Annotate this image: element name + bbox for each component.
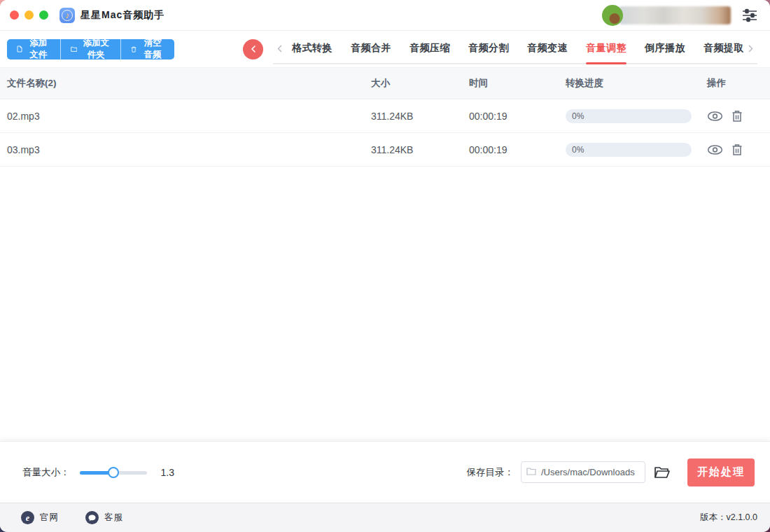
tab-volume-adjust[interactable]: 音量调整 bbox=[586, 34, 626, 63]
bottom-control-panel: 音量大小： 1.3 保存目录： 开始处理 bbox=[0, 441, 770, 503]
version-info: 版本：v2.1.0.0 bbox=[700, 512, 757, 524]
folder-icon bbox=[71, 45, 77, 53]
header-size: 大小 bbox=[371, 77, 469, 90]
progress-value: 0% bbox=[572, 145, 584, 155]
volume-value: 1.3 bbox=[161, 467, 174, 478]
table-row: 03.mp3 311.24KB 00:00:19 0% bbox=[0, 133, 770, 167]
tab-reverse-play[interactable]: 倒序播放 bbox=[645, 34, 685, 63]
app-window: ♪ 星星Mac音频助手 添加文件 bbox=[0, 0, 770, 532]
file-list-empty-area bbox=[0, 167, 770, 441]
version-value: v2.1.0.0 bbox=[727, 512, 757, 522]
file-duration: 00:00:19 bbox=[469, 144, 566, 155]
user-avatar[interactable] bbox=[602, 5, 623, 26]
save-dir-label: 保存目录： bbox=[467, 466, 514, 479]
settings-button[interactable] bbox=[742, 8, 757, 22]
chevron-left-icon bbox=[276, 44, 284, 53]
sliders-icon bbox=[742, 8, 757, 22]
table-row: 02.mp3 311.24KB 00:00:19 0% bbox=[0, 99, 770, 133]
file-size: 311.24KB bbox=[371, 111, 469, 122]
progress-bar: 0% bbox=[566, 143, 692, 157]
maximize-window-button[interactable] bbox=[39, 10, 48, 20]
browse-folder-button[interactable] bbox=[654, 465, 671, 479]
website-label: 官网 bbox=[40, 512, 59, 524]
file-name: 02.mp3 bbox=[7, 111, 371, 122]
header-progress: 转换进度 bbox=[566, 77, 707, 90]
delete-button[interactable] bbox=[732, 144, 743, 156]
tabs-scroll-right-button[interactable] bbox=[744, 44, 757, 53]
header-operations: 操作 bbox=[707, 77, 770, 90]
chat-bubble-icon bbox=[85, 511, 99, 524]
official-website-link[interactable]: e 官网 bbox=[21, 511, 59, 524]
header-time: 时间 bbox=[469, 77, 566, 90]
chevron-left-icon bbox=[250, 45, 257, 53]
browser-e-icon: e bbox=[21, 511, 34, 524]
table-header: 文件名称(2) 大小 时间 转换进度 操作 bbox=[0, 67, 770, 99]
volume-slider[interactable] bbox=[80, 467, 147, 478]
chevron-right-icon bbox=[747, 44, 755, 53]
title-bar: ♪ 星星Mac音频助手 bbox=[0, 0, 770, 31]
progress-bar: 0% bbox=[566, 109, 692, 123]
clear-audio-button[interactable]: 清空音频 bbox=[120, 39, 174, 59]
preview-button[interactable] bbox=[707, 144, 723, 155]
support-label: 客服 bbox=[104, 512, 123, 524]
tab-format-convert[interactable]: 格式转换 bbox=[292, 34, 332, 63]
app-title: 星星Mac音频助手 bbox=[80, 9, 164, 22]
preview-button[interactable] bbox=[707, 111, 723, 122]
file-name: 03.mp3 bbox=[7, 144, 371, 155]
file-size: 311.24KB bbox=[371, 144, 469, 155]
tab-audio-split[interactable]: 音频分割 bbox=[468, 34, 509, 63]
save-dir-input[interactable] bbox=[521, 461, 645, 483]
trash-icon bbox=[732, 110, 743, 122]
folder-icon bbox=[526, 467, 536, 475]
tab-audio-compress[interactable]: 音频压缩 bbox=[410, 34, 450, 63]
eye-icon bbox=[707, 111, 723, 122]
add-folder-button[interactable]: 添加文件夹 bbox=[60, 39, 121, 59]
start-processing-button[interactable]: 开始处理 bbox=[687, 458, 755, 486]
tabs-scroll-left-button[interactable] bbox=[273, 44, 286, 53]
progress-value: 0% bbox=[572, 111, 584, 121]
tab-audio-extract[interactable]: 音频提取 bbox=[704, 34, 744, 63]
footer-bar: e 官网 客服 版本：v2.1.0.0 bbox=[0, 503, 770, 532]
file-icon bbox=[17, 44, 22, 54]
user-name-redacted bbox=[619, 6, 731, 24]
add-file-button[interactable]: 添加文件 bbox=[7, 39, 60, 59]
collapse-panel-button[interactable] bbox=[243, 39, 263, 59]
file-duration: 00:00:19 bbox=[469, 111, 566, 122]
add-file-label: 添加文件 bbox=[27, 39, 50, 59]
trash-icon bbox=[732, 144, 743, 156]
eye-icon bbox=[707, 144, 723, 155]
add-folder-label: 添加文件夹 bbox=[81, 39, 111, 59]
app-logo-icon: ♪ bbox=[59, 8, 75, 23]
folder-open-icon bbox=[654, 465, 671, 479]
trash-icon bbox=[131, 45, 136, 54]
minimize-window-button[interactable] bbox=[24, 10, 34, 20]
traffic-lights bbox=[10, 10, 48, 20]
tab-audio-merge[interactable]: 音频合并 bbox=[351, 34, 391, 63]
tab-bar: 格式转换 音频合并 音频压缩 音频分割 音频变速 音量调整 倒序播放 音频提取 bbox=[273, 34, 757, 64]
tab-audio-speed[interactable]: 音频变速 bbox=[527, 34, 568, 63]
volume-label: 音量大小： bbox=[22, 466, 70, 479]
header-file-name: 文件名称(2) bbox=[7, 77, 371, 90]
version-label: 版本： bbox=[700, 512, 727, 522]
toolbar: 添加文件 添加文件夹 清空音频 格式转换 音频合并 音频压缩 音频分割 bbox=[0, 31, 770, 67]
slider-thumb[interactable] bbox=[108, 467, 119, 478]
clear-audio-label: 清空音频 bbox=[141, 39, 164, 59]
delete-button[interactable] bbox=[732, 110, 743, 122]
user-account[interactable] bbox=[602, 5, 731, 26]
customer-service-link[interactable]: 客服 bbox=[85, 511, 123, 524]
close-window-button[interactable] bbox=[10, 10, 19, 20]
